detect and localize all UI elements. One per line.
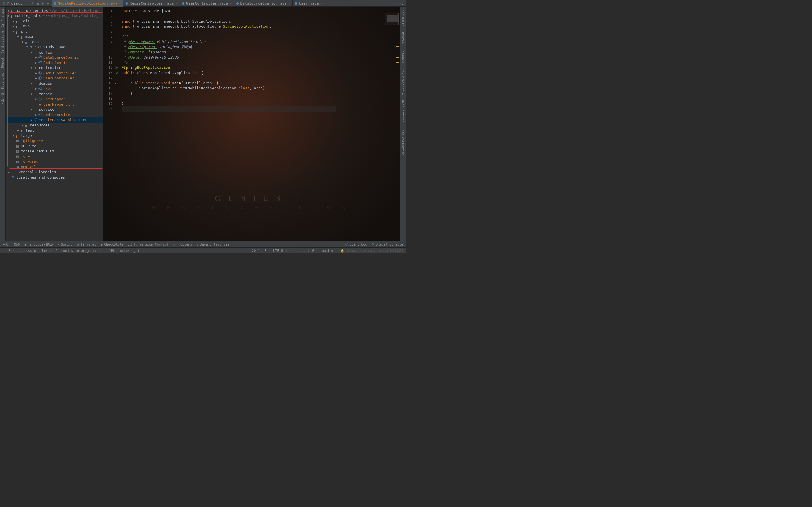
vcs-button[interactable]: ⎇ 9: Version Control <box>128 242 168 246</box>
tree-node[interactable]: ⒸMobileRedisApplication <box>6 117 103 123</box>
expand-arrow-icon[interactable] <box>16 35 20 38</box>
tree-node[interactable]: ⒸRedisController <box>6 70 103 76</box>
expand-arrow-icon[interactable] <box>30 82 33 85</box>
code-area[interactable]: package com.study.java; import org.sprin… <box>120 7 383 241</box>
code-editor[interactable]: GENIUS O N C E I N A M I L L I O N 12345… <box>103 7 400 241</box>
tree-node[interactable]: ⫾⫾External Libraries <box>6 170 103 175</box>
tree-node[interactable]: ▖java <box>6 39 103 45</box>
problems-button[interactable]: ⚠ Problems <box>173 242 192 246</box>
tree-node[interactable]: ⒸDataSourceConfig <box>6 55 103 60</box>
expand-arrow-icon[interactable] <box>30 108 33 111</box>
tree-node[interactable]: ▖resources <box>6 122 103 128</box>
tree-node[interactable]: ▖target <box>6 133 103 138</box>
tree-node[interactable]: ▤mvnw <box>6 154 103 159</box>
tree-node[interactable]: ▫com.study.java <box>6 45 103 50</box>
tree-node[interactable]: ▤.gitignore <box>6 138 103 144</box>
findbugs-button[interactable]: ● FindBugs-IDEA <box>24 242 53 246</box>
todo-button[interactable]: ≡ 6: TODO <box>3 242 20 246</box>
terminal-button[interactable]: ▣ Terminal <box>77 242 96 246</box>
collapse-icon[interactable]: ⇲ <box>36 1 39 6</box>
expand-arrow-icon[interactable] <box>30 118 33 121</box>
expand-arrow-icon[interactable] <box>7 14 10 17</box>
rest-tool-button[interactable]: RestServices <box>401 100 405 122</box>
expand-arrow-icon[interactable] <box>21 124 24 127</box>
editor-tab[interactable]: RedisController.java× <box>123 0 180 7</box>
close-icon[interactable]: × <box>230 1 232 5</box>
warning-marks[interactable] <box>396 46 399 63</box>
spring-button[interactable]: ⌥ Spring <box>57 242 72 246</box>
expand-arrow-icon[interactable] <box>35 98 38 101</box>
tree-node[interactable]: ⒸRedisService <box>6 112 103 117</box>
tree-node[interactable]: ▫config <box>6 50 103 55</box>
expand-arrow-icon[interactable] <box>30 51 33 54</box>
target-icon[interactable]: ⌖ <box>32 1 34 6</box>
structure-tool-button[interactable]: 7: Structure <box>1 31 4 53</box>
web-tool-button[interactable]: Web <box>1 99 4 105</box>
tree-node[interactable]: ▤mobile_redis.iml <box>6 149 103 154</box>
tree-node[interactable]: ▫service <box>6 107 103 112</box>
tree-node[interactable]: ▖src <box>6 29 103 34</box>
project-tool-button[interactable]: 1: Project <box>1 8 4 27</box>
tree-node[interactable]: ▖mobile_redis~/work/java_study/mobile_re <box>6 13 103 18</box>
expand-arrow-icon[interactable] <box>35 76 38 80</box>
expand-arrow-icon[interactable] <box>35 113 38 116</box>
toggle-tools-icon[interactable]: ▢ <box>3 249 5 252</box>
expand-arrow-icon[interactable] <box>30 66 33 69</box>
tree-node[interactable]: ▖load_properties~/work/java_study/load_p <box>6 8 103 13</box>
gear-icon[interactable]: ⚙ <box>42 1 44 6</box>
database-tool-button[interactable]: Database <box>401 49 405 64</box>
tree-node[interactable]: ⒾUserMapper <box>6 97 103 102</box>
keypromoter-tool-button[interactable]: Key Promoter X <box>401 69 405 95</box>
tree-node[interactable]: ▤mvnw.cmd <box>6 159 103 165</box>
checkstyle-button[interactable]: ◆ CheckStyle <box>101 242 123 246</box>
caret-position[interactable]: 20:1 <box>252 249 260 252</box>
git-branch[interactable]: Git: master <box>312 249 334 252</box>
close-icon[interactable]: × <box>289 1 290 5</box>
expand-arrow-icon[interactable] <box>12 24 15 27</box>
project-tree[interactable]: ▖load_properties~/work/java_study/load_p… <box>6 7 103 181</box>
close-icon[interactable]: × <box>175 1 177 5</box>
expand-arrow-icon[interactable] <box>35 87 38 90</box>
expand-arrow-icon[interactable] <box>12 30 15 33</box>
javaee-button[interactable]: ☕ Java Enterprise <box>197 242 229 246</box>
lock-icon[interactable]: 🔒 <box>340 249 344 252</box>
expand-arrow-icon[interactable] <box>7 170 11 173</box>
expand-arrow-icon[interactable] <box>21 40 24 43</box>
editor-tab[interactable]: DataSourceConfig.java× <box>234 0 293 7</box>
tree-node[interactable]: ▣UserMapper.xml <box>6 102 103 107</box>
hide-icon[interactable]: — <box>47 1 49 6</box>
tree-node[interactable]: ▫domain <box>6 81 103 86</box>
jrebel-console-button[interactable]: ⟳ JRebel Console <box>371 242 403 246</box>
tree-node[interactable]: ▖.git <box>6 18 103 24</box>
editor-tab[interactable]: UserController.java× <box>180 0 234 7</box>
tree-node[interactable]: ▖.mvn <box>6 24 103 29</box>
expand-arrow-icon[interactable] <box>35 61 38 64</box>
favorites-tool-button[interactable]: 2: Favorites <box>1 72 4 95</box>
close-icon[interactable]: × <box>119 1 121 5</box>
jrebel-tool-button[interactable]: JRebel <box>1 57 4 69</box>
line-number-gutter[interactable]: 1234567891011121314151617181920 <box>103 7 115 241</box>
file-encoding[interactable]: UTF-8 <box>273 249 283 252</box>
expand-arrow-icon[interactable] <box>35 71 38 75</box>
project-tool-label[interactable]: ▤ Project ▾ <box>0 1 29 5</box>
editor-tab[interactable]: User.java× <box>293 0 325 7</box>
expand-arrow-icon[interactable] <box>26 45 29 48</box>
bean-tool-button[interactable]: Bean Validation <box>401 128 405 156</box>
expand-arrow-icon[interactable] <box>12 19 15 22</box>
close-icon[interactable]: × <box>320 1 322 5</box>
expand-arrow-icon[interactable] <box>7 9 10 12</box>
tree-node[interactable]: ⒸUser <box>6 86 103 92</box>
tree-node[interactable]: ⒸUserController <box>6 76 103 81</box>
line-separator[interactable]: LF <box>262 249 266 252</box>
tree-node[interactable]: ▤HELP.md <box>6 144 103 149</box>
expand-arrow-icon[interactable] <box>30 93 33 96</box>
editor-tab[interactable]: MobileRedisApplication.java× <box>52 0 123 7</box>
tree-node[interactable]: ▫mapper <box>6 91 103 97</box>
pins-label[interactable]: ≡5 <box>397 1 406 5</box>
indent-setting[interactable]: 4 spaces <box>290 249 305 252</box>
tree-node[interactable]: mpom.xml <box>6 164 103 170</box>
scrollbar-minimap[interactable] <box>383 7 400 241</box>
event-log-button[interactable]: ① Event Log <box>345 242 367 246</box>
maven-tool-button[interactable]: m Maven <box>401 32 405 44</box>
gutter-icons[interactable]: ⓈⓈ ▶ <box>115 7 120 241</box>
